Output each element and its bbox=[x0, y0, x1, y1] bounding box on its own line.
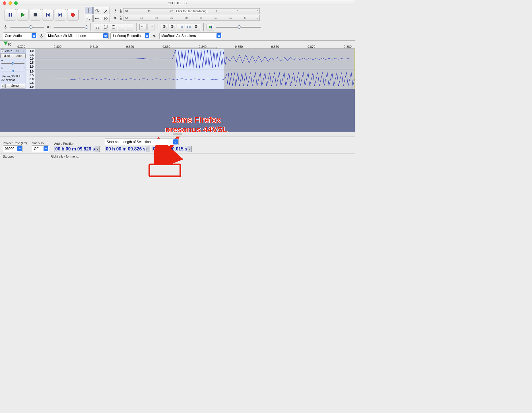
redo-button[interactable] bbox=[147, 24, 155, 30]
mic-lr-label: LR bbox=[120, 9, 122, 14]
mic-device-icon bbox=[39, 33, 44, 39]
multi-tool[interactable] bbox=[102, 15, 110, 22]
zoom-out-button[interactable] bbox=[169, 24, 176, 30]
solo-button[interactable]: Solo bbox=[13, 54, 26, 58]
meter-tick: -42 bbox=[169, 10, 173, 13]
recording-volume-slider[interactable] bbox=[10, 24, 44, 30]
audio-position-field[interactable]: 00 h 00 m 09.826 s▾ bbox=[54, 146, 100, 152]
zoom-in-button[interactable] bbox=[161, 24, 168, 30]
zoom-toggle-button[interactable] bbox=[193, 24, 200, 30]
track-name[interactable]: 230310_03 bbox=[5, 50, 22, 53]
playback-device-select[interactable]: MacBook Air Speakers bbox=[159, 32, 222, 39]
silence-button[interactable] bbox=[126, 24, 133, 30]
svg-point-9 bbox=[87, 17, 89, 19]
svg-rect-4 bbox=[46, 13, 47, 17]
svg-point-8 bbox=[71, 13, 75, 17]
mic-meter[interactable]: -54 -48 -42 Click to Start Monitoring -1… bbox=[123, 8, 260, 14]
stop-button[interactable] bbox=[30, 9, 41, 20]
svg-rect-23 bbox=[41, 34, 42, 36]
pan-left-label: L bbox=[1, 67, 3, 69]
waveform-channel-left[interactable]: 1.00.50.0-0.5-1.0 bbox=[26, 49, 354, 69]
waveform-left bbox=[35, 49, 354, 69]
meter-tick: -24 bbox=[199, 16, 203, 19]
track-close-button[interactable]: × bbox=[1, 49, 4, 53]
collapse-button[interactable]: ▲ bbox=[1, 84, 5, 88]
meter-tick: -48 bbox=[139, 16, 143, 19]
meter-tick: -12 bbox=[228, 16, 232, 19]
timeline-ruler[interactable]: 9.7909.8009.8109.8209.8309.8409.8509.860… bbox=[0, 41, 355, 49]
speaker-lr-label: LR bbox=[120, 15, 122, 20]
pause-button[interactable] bbox=[5, 9, 16, 20]
svg-rect-22 bbox=[211, 26, 212, 28]
playback-device-label: MacBook Air Speakers bbox=[161, 34, 196, 38]
status-text: Stopped. bbox=[3, 155, 15, 158]
amplitude-scale: 1.00.50.0-0.5-1.0 bbox=[26, 69, 35, 89]
meter-tick: -12 bbox=[214, 10, 217, 13]
waveform-right bbox=[35, 69, 354, 89]
mute-button[interactable]: Mute bbox=[0, 54, 13, 58]
svg-rect-7 bbox=[61, 13, 62, 17]
track-control-panel[interactable]: × 230310_03 ▼ Mute Solo –+ LR Stereo, 96… bbox=[0, 49, 26, 89]
audio-host-select[interactable]: Core Audio bbox=[3, 32, 37, 39]
track-menu-icon[interactable]: ▼ bbox=[23, 50, 25, 53]
status-hint: Right-click for menu. bbox=[51, 155, 79, 158]
recording-channels-label: 1 (Mono) Recordin... bbox=[112, 34, 143, 38]
mic-slider-icon bbox=[3, 24, 9, 30]
envelope-tool[interactable] bbox=[93, 7, 101, 14]
paste-button[interactable] bbox=[110, 24, 117, 30]
meter-tick: -54 bbox=[125, 16, 128, 19]
record-button[interactable] bbox=[67, 9, 79, 20]
play-at-speed-button[interactable] bbox=[207, 24, 214, 30]
project-rate-select[interactable]: 96000 bbox=[3, 145, 23, 152]
svg-rect-17 bbox=[113, 25, 114, 26]
speaker-device-icon bbox=[152, 33, 158, 39]
selection-mode-label: Start and Length of Selection bbox=[107, 140, 151, 144]
svg-rect-15 bbox=[105, 25, 107, 28]
svg-marker-5 bbox=[47, 13, 50, 17]
waveform-channel-right[interactable]: 1.00.50.0-0.5-1.0 bbox=[26, 69, 354, 89]
svg-marker-2 bbox=[21, 13, 24, 17]
svg-marker-6 bbox=[59, 13, 61, 17]
undo-button[interactable] bbox=[139, 24, 147, 30]
mic-meter-icon bbox=[113, 8, 119, 14]
recording-device-select[interactable]: MacBook Air Microphone bbox=[46, 32, 109, 39]
playback-volume-slider[interactable] bbox=[53, 24, 88, 30]
fit-project-button[interactable] bbox=[185, 24, 192, 30]
zoom-tool[interactable] bbox=[85, 15, 93, 22]
timeshift-tool[interactable] bbox=[93, 15, 101, 22]
snap-to-select[interactable]: Off bbox=[32, 145, 49, 152]
speaker-meter-icon bbox=[113, 15, 119, 21]
meter-tick: -48 bbox=[147, 10, 150, 13]
meter-tick: 0 bbox=[257, 10, 258, 13]
recording-channels-select[interactable]: 1 (Mono) Recordin... bbox=[110, 32, 150, 39]
audio-host-label: Core Audio bbox=[5, 34, 22, 38]
meter-tick: -18 bbox=[214, 16, 217, 19]
playback-meter[interactable]: -54 -48 -42 -36 -30 -24 -18 -12 -6 0 bbox=[123, 15, 260, 21]
snap-to-value: Off bbox=[34, 147, 38, 151]
gain-plus-label: + bbox=[23, 59, 24, 62]
snap-to-label: Snap-To bbox=[32, 141, 49, 145]
play-button[interactable] bbox=[17, 9, 28, 20]
audio-position-label: Audio Position bbox=[54, 142, 100, 145]
skip-start-button[interactable] bbox=[42, 9, 53, 20]
playback-speed-slider[interactable] bbox=[216, 24, 261, 30]
fit-selection-button[interactable] bbox=[177, 24, 184, 30]
pan-slider[interactable] bbox=[1, 70, 24, 73]
svg-rect-10 bbox=[115, 9, 116, 11]
trim-button[interactable] bbox=[118, 24, 125, 30]
track-format-info: Stereo, 96000Hz 32-bit float bbox=[0, 73, 26, 83]
copy-button[interactable] bbox=[102, 24, 109, 30]
draw-tool[interactable] bbox=[102, 7, 110, 14]
skip-end-button[interactable] bbox=[55, 9, 66, 20]
pan-right-label: R bbox=[23, 67, 25, 69]
click-to-monitor[interactable]: Click to Start Monitoring bbox=[175, 10, 207, 13]
horizontal-scrollbar[interactable] bbox=[0, 132, 355, 137]
ruler-start-fragment: 80 bbox=[8, 43, 11, 46]
track-select-button[interactable]: Select bbox=[5, 84, 25, 88]
cut-button[interactable] bbox=[94, 24, 101, 30]
selection-tool[interactable] bbox=[85, 7, 93, 14]
gain-slider[interactable] bbox=[1, 62, 24, 65]
gain-minus-label: – bbox=[1, 59, 3, 62]
selection-start-field[interactable]: 00 h 00 m 09.826 s▾ bbox=[105, 146, 150, 152]
selection-mode-select[interactable]: Start and Length of Selection bbox=[105, 139, 179, 145]
